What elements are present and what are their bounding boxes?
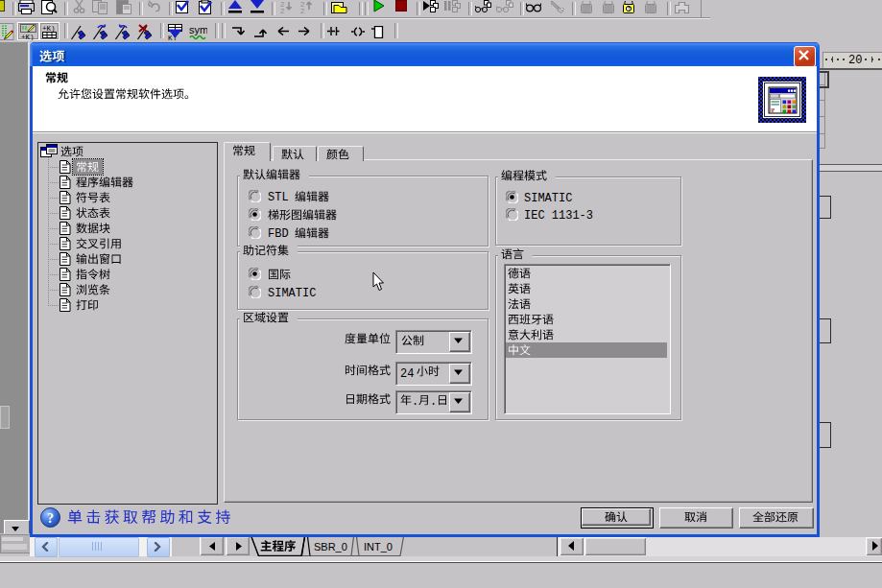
svg-text:+K): +K)	[42, 25, 56, 33]
svg-text:2: 2	[300, 7, 305, 13]
svg-text:T: T	[628, 6, 632, 12]
svg-text:?: ?	[47, 511, 54, 526]
svg-text:sym: sym	[189, 24, 207, 35]
svg-text:K): K)	[168, 35, 177, 41]
svg-text:+K): +K)	[21, 34, 35, 41]
svg-text:2: 2	[280, 7, 285, 13]
